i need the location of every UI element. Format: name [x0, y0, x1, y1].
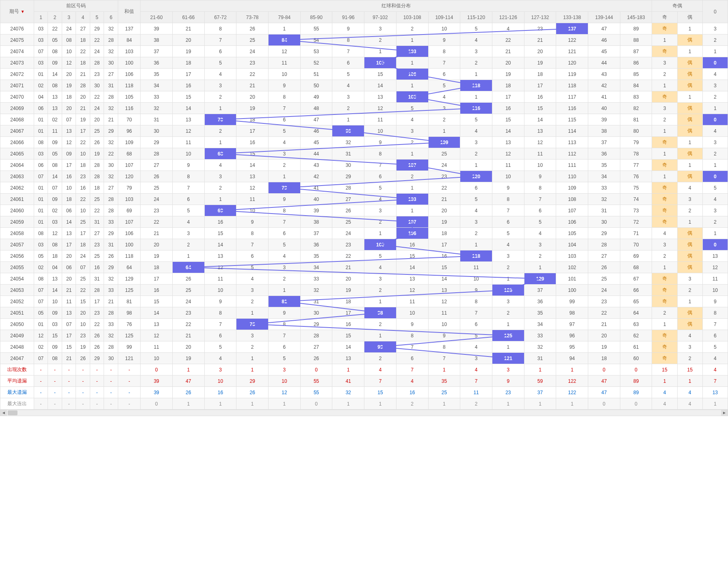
- dist-cell: 4: [460, 35, 492, 46]
- dist-cell: 87: [620, 46, 652, 57]
- front-cell: 12: [34, 330, 48, 341]
- dist-cell: 2: [460, 228, 492, 239]
- stat-cell: 15: [652, 364, 677, 376]
- sum-cell: 105: [118, 91, 141, 103]
- front-col-4: 4: [76, 12, 90, 23]
- col-period[interactable]: 期号 ▼: [0, 0, 34, 23]
- stat-cell: 37: [524, 387, 556, 398]
- dist-cell: 1: [460, 91, 492, 103]
- dist-cell: 24: [428, 160, 460, 171]
- dist-cell: 2: [204, 182, 236, 194]
- odd-cell: 奇: [652, 91, 677, 103]
- front-cell: 06: [62, 205, 76, 216]
- front-cell: 22: [76, 285, 90, 296]
- sum-cell: 76: [118, 319, 141, 330]
- dist-cell: 6: [269, 341, 301, 353]
- stat-cell: 26: [236, 387, 269, 398]
- even-cell: 1: [677, 160, 702, 171]
- table-row: 2405105091320232898142381930179810117235…: [0, 307, 728, 319]
- dist-cell: 34: [300, 262, 332, 273]
- table-row: 2406608091222263210929111164453292109313…: [0, 137, 728, 148]
- front-cell: 28: [90, 171, 104, 182]
- even-cell: 2: [677, 353, 702, 364]
- dist-cell: 38: [300, 216, 332, 228]
- dist-cell: 2: [269, 273, 301, 285]
- table-row: 2406101091822252810324611194027410321587…: [0, 194, 728, 205]
- stat-cell: 1: [524, 364, 556, 376]
- dist-cell: 14: [428, 273, 460, 285]
- dist-cell: 112: [556, 148, 588, 160]
- sum-cell: 98: [118, 307, 141, 319]
- dist-cell: 102: [556, 262, 588, 273]
- odd-cell: 奇: [652, 182, 677, 194]
- dist-cell: 13: [141, 319, 173, 330]
- dist-cell: 9: [172, 160, 204, 171]
- dist-cell: 7: [269, 216, 301, 228]
- dist-col-4: 79-84: [269, 12, 301, 23]
- even-cell: 3: [677, 273, 702, 285]
- dist-cell: 1: [269, 171, 301, 182]
- dist-cell: 45: [300, 137, 332, 148]
- odd-cell: 2: [652, 114, 677, 125]
- even-cell: 1: [677, 46, 702, 57]
- dist-cell: 7: [269, 330, 301, 341]
- period-cell: 24063: [0, 171, 34, 182]
- stat-cell: 1: [332, 364, 364, 376]
- dist-cell: 105: [396, 91, 428, 103]
- scroll-thumb[interactable]: [8, 410, 17, 415]
- dist-cell: 16: [428, 250, 460, 262]
- dist-cell: 16: [396, 239, 428, 250]
- front-cell: 22: [90, 35, 104, 46]
- front-cell: 08: [48, 160, 62, 171]
- scroll-right-arrow[interactable]: ►: [721, 410, 728, 416]
- dist-cell: 15: [364, 69, 396, 80]
- col-sum: 和值: [118, 0, 141, 23]
- horizontal-scrollbar[interactable]: ◄ ►: [0, 410, 728, 416]
- front-cell: 21: [104, 114, 118, 125]
- period-cell: 24054: [0, 273, 34, 285]
- dist-cell: 84: [620, 80, 652, 91]
- dist-cell: 3: [332, 91, 364, 103]
- dist-cell: 8: [396, 330, 428, 341]
- dist-cell: 15: [332, 330, 364, 341]
- odd-cell: 1: [652, 125, 677, 137]
- front-cell: 18: [76, 35, 90, 46]
- dist-cell: 2: [236, 341, 269, 353]
- dist-cell: 22: [141, 216, 173, 228]
- front-cell: 21: [62, 285, 76, 296]
- dist-cell: 1: [460, 239, 492, 250]
- dist-cell: 86: [620, 57, 652, 69]
- front-cell: 14: [48, 69, 62, 80]
- dist-cell: 79: [269, 182, 301, 194]
- dist-col-1: 61-66: [172, 12, 204, 23]
- dist-cell: 6: [460, 182, 492, 194]
- period-cell: 24071: [0, 80, 34, 91]
- front-cell: 20: [90, 114, 104, 125]
- dist-cell: 19: [172, 353, 204, 364]
- scroll-left-arrow[interactable]: ◄: [0, 410, 7, 416]
- dist-cell: 20: [332, 273, 364, 285]
- front-cell: 03: [34, 148, 48, 160]
- even-cell: 3: [677, 194, 702, 205]
- stat-cell: 1: [492, 398, 524, 410]
- front-cell: 13: [48, 273, 62, 285]
- dist-cell: 13: [172, 114, 204, 125]
- front-cell: 22: [76, 137, 90, 148]
- dist-cell: 1: [396, 35, 428, 46]
- table-head: 期号 ▼ 前区号码 和值 红球和值分布 奇偶 0 12345621-6061-6…: [0, 0, 728, 23]
- dist-cell: 10: [428, 23, 460, 35]
- front-cell: 25: [90, 250, 104, 262]
- front-cell: 16: [90, 262, 104, 273]
- dist-cell: 122: [556, 35, 588, 46]
- dist-cell: 23: [332, 239, 364, 250]
- sum-cell: 118: [118, 80, 141, 91]
- dist-cell: 25: [141, 182, 173, 194]
- zero-cell: 4: [702, 194, 728, 205]
- dist-cell: 21: [332, 262, 364, 273]
- dist-cell: 26: [236, 23, 269, 35]
- dist-cell: 2: [428, 114, 460, 125]
- sum-cell: 106: [118, 228, 141, 239]
- period-cell: 24048: [0, 341, 34, 353]
- stat-cell: 1: [172, 364, 204, 376]
- stat-cell: 7: [702, 376, 728, 387]
